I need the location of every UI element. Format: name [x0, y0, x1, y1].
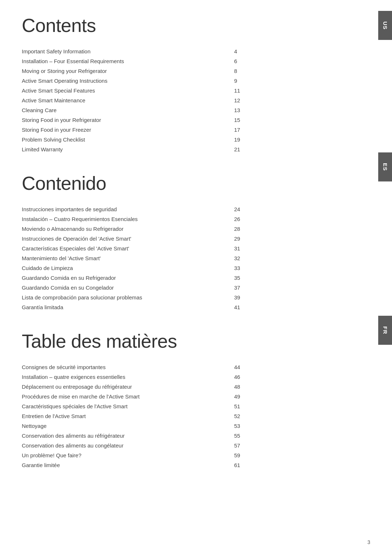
toc-page: 6 [234, 56, 305, 66]
toc-label: Active Smart Maintenance [22, 95, 234, 105]
toc-row: Guardando Comida en su Congelador37 [22, 283, 305, 293]
toc-label: Installation – Four Essential Requiremen… [22, 56, 234, 66]
toc-page: 48 [234, 382, 305, 392]
toc-page: 9 [234, 76, 305, 86]
toc-row: Moving or Storing your Refrigerator8 [22, 66, 305, 76]
toc-page: 15 [234, 115, 305, 125]
toc-page: 39 [234, 293, 305, 302]
toc-page: 13 [234, 105, 305, 115]
toc-row: Important Safety Information4 [22, 46, 305, 56]
toc-label: Consignes de sécurité importantes [22, 362, 234, 372]
fr-section: Table des matières Consignes de sécurité… [22, 330, 305, 470]
es-title: Contenido [22, 172, 305, 194]
toc-row: Guardando Comida en su Refrigerador35 [22, 273, 305, 283]
us-section: Contents Important Safety Information4In… [22, 15, 305, 154]
toc-page: 11 [234, 86, 305, 95]
toc-label: Caractéristiques spéciales de l'Active S… [22, 401, 234, 411]
toc-page: 52 [234, 411, 305, 421]
toc-label: Important Safety Information [22, 46, 234, 56]
toc-page: 53 [234, 421, 305, 431]
toc-page: 49 [234, 392, 305, 401]
toc-row: Características Especiales del 'Active S… [22, 244, 305, 253]
toc-row: Installation – Four Essential Requiremen… [22, 56, 305, 66]
toc-label: Déplacement ou entreposage du réfrigérat… [22, 382, 234, 392]
toc-page: 19 [234, 135, 305, 144]
toc-page: 41 [234, 302, 305, 312]
toc-row: Consignes de sécurité importantes44 [22, 362, 305, 372]
toc-label: Instrucciones importantes de seguridad [22, 204, 234, 214]
toc-label: Procédures de mise en marche de l'Active… [22, 392, 234, 401]
toc-row: Procédures de mise en marche de l'Active… [22, 392, 305, 401]
toc-row: Mantenimiento del 'Active Smart'32 [22, 253, 305, 263]
toc-page: 33 [234, 263, 305, 273]
fr-toc-table: Consignes de sécurité importantes44Insta… [22, 362, 305, 470]
toc-page: 35 [234, 273, 305, 283]
toc-page: 44 [234, 362, 305, 372]
toc-label: Moving or Storing your Refrigerator [22, 66, 234, 76]
toc-row: Cleaning Care13 [22, 105, 305, 115]
toc-label: Guardando Comida en su Refrigerador [22, 273, 234, 283]
toc-row: Un problème! Que faire?59 [22, 450, 305, 460]
toc-row: Storing Food in your Refrigerator15 [22, 115, 305, 125]
toc-page: 46 [234, 372, 305, 382]
toc-page: 31 [234, 244, 305, 253]
toc-page: 59 [234, 450, 305, 460]
toc-page: 37 [234, 283, 305, 293]
toc-label: Un problème! Que faire? [22, 450, 234, 460]
us-tab: US [378, 11, 392, 40]
toc-page: 8 [234, 66, 305, 76]
toc-label: Instalación – Cuatro Requerimientos Esen… [22, 214, 234, 224]
toc-page: 55 [234, 431, 305, 441]
page-number: 3 [367, 539, 370, 545]
toc-label: Conservation des aliments au réfrigérate… [22, 431, 234, 441]
toc-row: Conservation des aliments au réfrigérate… [22, 431, 305, 441]
toc-row: Garantía limitada41 [22, 302, 305, 312]
toc-label: Moviendo o Almacenando su Refrigerador [22, 224, 234, 234]
toc-label: Active Smart Operating Instructions [22, 76, 234, 86]
toc-row: Instalación – Cuatro Requerimientos Esen… [22, 214, 305, 224]
toc-label: Conservation des aliments au congélateur [22, 441, 234, 450]
toc-label: Cleaning Care [22, 105, 234, 115]
toc-page: 12 [234, 95, 305, 105]
toc-label: Cuidado de Limpieza [22, 263, 234, 273]
toc-row: Active Smart Maintenance12 [22, 95, 305, 105]
toc-row: Installation – quatre exigences essentie… [22, 372, 305, 382]
toc-label: Active Smart Special Features [22, 86, 234, 95]
toc-row: Lista de comprobación para solucionar pr… [22, 293, 305, 302]
toc-row: Instrucciones importantes de seguridad24 [22, 204, 305, 214]
toc-row: Caractéristiques spéciales de l'Active S… [22, 401, 305, 411]
es-tab: ES [378, 152, 392, 181]
toc-label: Mantenimiento del 'Active Smart' [22, 253, 234, 263]
toc-row: Limited Warranty21 [22, 144, 305, 154]
toc-row: Nettoyage53 [22, 421, 305, 431]
toc-row: Garantie limitée61 [22, 460, 305, 470]
toc-label: Lista de comprobación para solucionar pr… [22, 293, 234, 302]
toc-page: 24 [234, 204, 305, 214]
toc-label: Características Especiales del 'Active S… [22, 244, 234, 253]
toc-label: Instrucciones de Operación del 'Active S… [22, 234, 234, 244]
toc-label: Storing Food in your Freezer [22, 125, 234, 135]
toc-page: 21 [234, 144, 305, 154]
toc-label: Installation – quatre exigences essentie… [22, 372, 234, 382]
toc-label: Problem Solving Checklist [22, 135, 234, 144]
toc-page: 28 [234, 224, 305, 234]
toc-row: Instrucciones de Operación del 'Active S… [22, 234, 305, 244]
toc-row: Entretien de l'Active Smart52 [22, 411, 305, 421]
toc-row: Cuidado de Limpieza33 [22, 263, 305, 273]
toc-row: Déplacement ou entreposage du réfrigérat… [22, 382, 305, 392]
us-title: Contents [22, 15, 305, 36]
toc-page: 4 [234, 46, 305, 56]
toc-row: Moviendo o Almacenando su Refrigerador28 [22, 224, 305, 234]
fr-tab: FR [378, 316, 392, 345]
toc-row: Problem Solving Checklist19 [22, 135, 305, 144]
toc-row: Active Smart Operating Instructions9 [22, 76, 305, 86]
toc-label: Garantie limitée [22, 460, 234, 470]
toc-label: Garantía limitada [22, 302, 234, 312]
fr-title: Table des matières [22, 330, 305, 352]
toc-page: 26 [234, 214, 305, 224]
toc-label: Limited Warranty [22, 144, 234, 154]
toc-row: Conservation des aliments au congélateur… [22, 441, 305, 450]
toc-page: 57 [234, 441, 305, 450]
toc-page: 51 [234, 401, 305, 411]
toc-label: Entretien de l'Active Smart [22, 411, 234, 421]
